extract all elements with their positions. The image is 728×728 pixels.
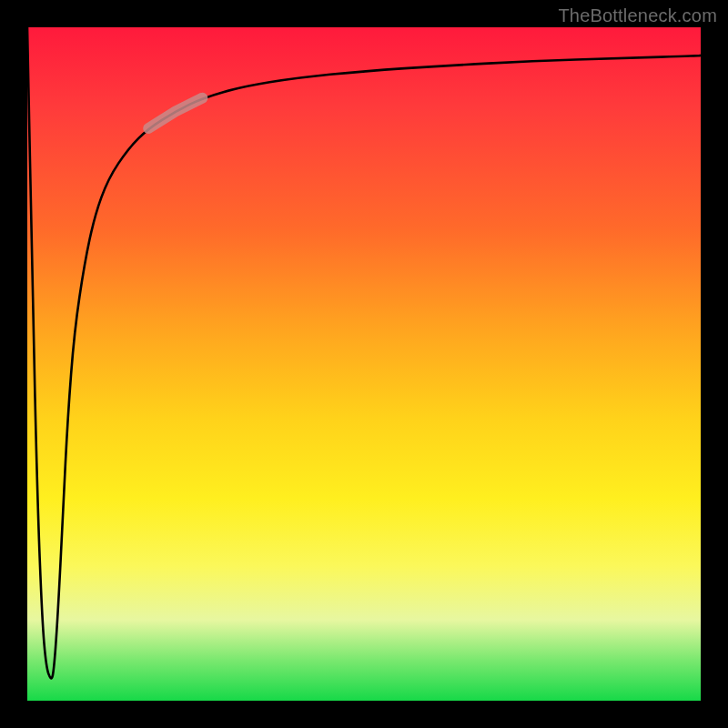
attribution-text: TheBottleneck.com <box>558 5 717 26</box>
plot-area <box>27 27 701 701</box>
chart-frame: TheBottleneck.com <box>0 0 728 728</box>
bottleneck-curve <box>27 27 701 678</box>
curve-highlight-segment <box>148 98 202 128</box>
curve-svg <box>27 27 701 701</box>
